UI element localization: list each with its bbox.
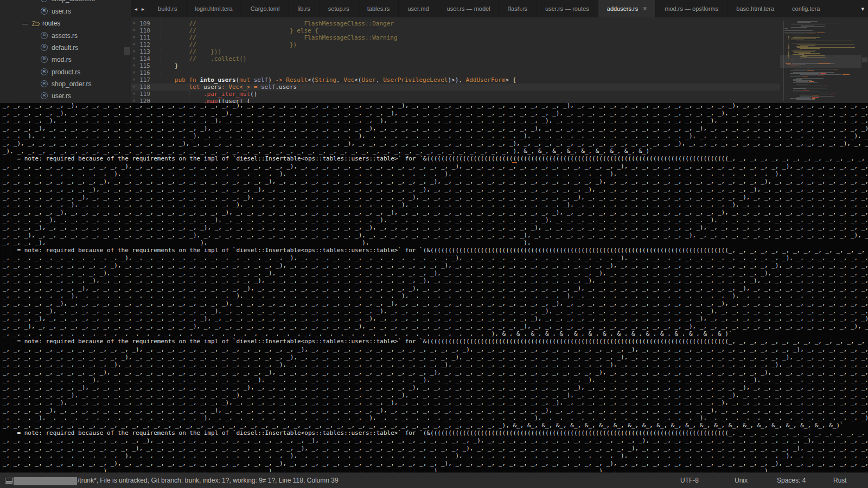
code-line-111[interactable]: *111 // FlashMessageClass::Warning	[131, 34, 780, 41]
code-line-118[interactable]: *118 let users: Vec<_> = self.users	[131, 84, 780, 91]
code-line-120[interactable]: *120 .map(|user| {	[131, 98, 780, 103]
code-line-110[interactable]: *110 // } else {	[131, 27, 780, 34]
indent-guide	[175, 20, 175, 103]
code-text: // .collect()	[161, 55, 247, 62]
build-output-line: _, _, _, _, _), _, _, _, _, _, _, _, _, …	[3, 307, 868, 315]
minimap-line	[788, 36, 789, 37]
minimap-line	[788, 37, 789, 38]
history-back-icon[interactable]: ◂	[135, 6, 137, 12]
tab-mod.rs — ops\forms[interactable]: mod.rs — ops\forms	[655, 0, 727, 17]
minimap-line	[793, 93, 829, 93]
code-line-112[interactable]: *112 // })	[131, 41, 780, 48]
rust-file-icon: R	[41, 80, 48, 87]
tab-overflow-menu[interactable]: ▾	[861, 0, 868, 17]
status-line-endings[interactable]: Unix	[735, 477, 748, 484]
tab-label: base.html.tera	[736, 5, 774, 12]
minimap-line	[824, 86, 828, 86]
rust-file-icon: R	[41, 68, 48, 75]
tab-addusers.rs[interactable]: addusers.rs×	[598, 0, 656, 17]
code-text: pub fn into_users(mut self) -> Result<(S…	[161, 76, 516, 84]
sidebar-file-product.rs[interactable]: Rproduct.rs	[0, 66, 131, 78]
minimap[interactable]	[780, 17, 861, 103]
minimap-line	[788, 53, 789, 54]
minimap-line	[788, 49, 789, 49]
minimap-line	[794, 52, 810, 53]
tab-user.rs — routes[interactable]: user.rs — routes	[536, 0, 598, 17]
rust-file-icon: R	[41, 56, 48, 63]
status-indentation[interactable]: Spaces: 4	[777, 477, 806, 484]
line-number: 117	[138, 76, 150, 84]
status-encoding[interactable]: UTF-8	[680, 477, 699, 484]
code-line-116[interactable]: *116	[131, 69, 780, 76]
minimap-line	[800, 96, 834, 97]
build-output-line: _, _), _, _, _, _, _, _, _, _, _, _, _, …	[3, 140, 868, 147]
code-line-117[interactable]: *117 pub fn into_users(mut self) -> Resu…	[131, 76, 780, 84]
build-output-line: _, _, _), _, _, _, _, _, _, _, _, _, _, …	[3, 232, 868, 239]
tab-flash.rs[interactable]: flash.rs	[499, 0, 536, 17]
minimap-line	[788, 51, 789, 52]
minimap-line	[800, 95, 810, 95]
status-syntax[interactable]: Rust	[833, 477, 847, 484]
code-text: }	[161, 62, 178, 69]
tab-lib.rs[interactable]: lib.rs	[288, 0, 318, 17]
minimap-line	[800, 59, 802, 59]
sidebar-folder-routes[interactable]: —routes	[0, 17, 131, 29]
build-output-line: _, _, _, _, _, _, _), _, _, _, _, _, _, …	[3, 103, 868, 110]
code-text: // } else {	[161, 27, 318, 34]
code-line-115[interactable]: *115 }	[131, 62, 780, 69]
tab-bar: ◂ ▸ build.rslogin.html.teraCargo.tomllib…	[131, 0, 868, 17]
code-line-113[interactable]: *113 // }))	[131, 48, 780, 55]
sidebar-file-assets.rs[interactable]: Rassets.rs	[0, 30, 131, 42]
sidebar-file-mod.rs[interactable]: Rmod.rs	[0, 54, 131, 66]
editor-scrollbar[interactable]	[861, 17, 868, 103]
minimap-line	[797, 47, 855, 48]
sidebar-file-shop_order.rs[interactable]: Rshop_order.rs	[0, 78, 131, 90]
tab-Cargo.toml[interactable]: Cargo.toml	[241, 0, 289, 17]
tab-user.md[interactable]: user.md	[398, 0, 437, 17]
sidebar-file-shop_orders.rs[interactable]: Rshop_orders.rs	[0, 0, 131, 5]
minimap-line	[788, 40, 789, 40]
close-icon[interactable]: ×	[643, 5, 647, 12]
line-number: 111	[138, 34, 150, 41]
tab-base.html.tera[interactable]: base.html.tera	[727, 0, 783, 17]
minimap-line	[788, 57, 789, 58]
minimap-line	[791, 38, 816, 39]
minimap-line	[793, 91, 801, 91]
code-editor[interactable]: *109 // FlashMessageClass::Danger*110 //…	[131, 17, 780, 103]
sidebar-file-user.rs[interactable]: Ruser.rs	[0, 90, 131, 102]
sidebar-file-user.rs[interactable]: Ruser.rs	[0, 5, 131, 17]
collapse-icon[interactable]: —	[22, 19, 28, 28]
minimap-line	[802, 55, 825, 56]
sidebar-scrollbar-thumb[interactable]	[124, 47, 130, 55]
build-output-line: _, _, _, _, _, _), _, _, _, _, _, _, _, …	[3, 110, 868, 117]
tab-setup.rs[interactable]: setup.rs	[319, 0, 358, 17]
panel-toggle-icon[interactable]	[5, 478, 13, 484]
build-output-panel[interactable]: _, _, _, _, _, _, _), _, _, _, _, _, _, …	[0, 103, 868, 472]
code-line-114[interactable]: *114 // .collect()	[131, 55, 780, 62]
sidebar-file-default.rs[interactable]: Rdefault.rs	[0, 42, 131, 54]
build-output-line: _, _, _, _, _, _, _, _, _, _, _, _), _, …	[3, 354, 868, 361]
history-forward-icon[interactable]: ▸	[142, 6, 144, 12]
build-output-line: _, _, _, _, _, _, _, _, _, _), _, _, _, …	[3, 467, 868, 472]
minimap-line	[800, 48, 820, 49]
status-left-text: /trunk*, File is untracked, Git branch: …	[78, 477, 339, 484]
minimap-line	[788, 61, 789, 61]
build-output-line: _, _, _, _, _), _, _, _, _, _, _, _, _, …	[3, 407, 868, 414]
code-line-119[interactable]: *119 .par_iter_mut()	[131, 91, 780, 98]
tab-login.html.tera[interactable]: login.html.tera	[186, 0, 241, 17]
tab-build.rs[interactable]: build.rs	[149, 0, 186, 17]
tab-tables.rs[interactable]: tables.rs	[358, 0, 399, 17]
tab-user.rs — model[interactable]: user.rs — model	[438, 0, 499, 17]
minimap-line	[812, 95, 819, 95]
editor-scrollbar-thumb[interactable]	[862, 57, 867, 62]
tab-config.tera[interactable]: config.tera	[783, 0, 828, 17]
modified-line-icon: *	[132, 35, 136, 42]
minimap-line	[797, 44, 854, 44]
code-line-109[interactable]: *109 // FlashMessageClass::Danger	[131, 20, 780, 27]
minimap-line	[788, 59, 789, 59]
build-output-line: _, _, _, _, _, _, _), _, _, _, _, _, _, …	[3, 292, 868, 300]
minimap-line	[791, 40, 804, 40]
build-note-line: = note: required because of the requirem…	[3, 155, 868, 163]
minimap-line	[793, 79, 802, 80]
minimap-line	[800, 94, 829, 94]
